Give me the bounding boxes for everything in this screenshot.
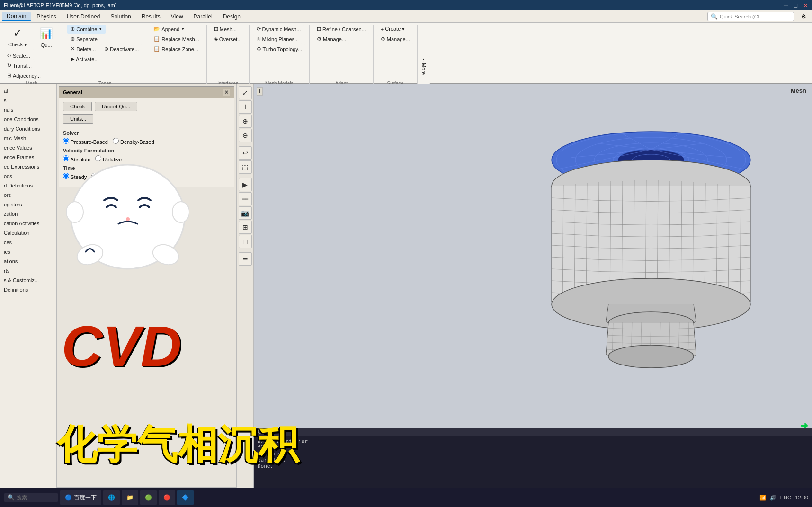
sidebar-item-calculation-activities[interactable]: cation Activities: [0, 219, 56, 228]
manage-adapt-btn[interactable]: ⚙ Manage...: [313, 35, 349, 44]
report-quality-btn[interactable]: Report Qu...: [95, 102, 137, 111]
sidebar-item-named-expressions[interactable]: ed Expressions: [0, 162, 56, 171]
zoom-out-btn[interactable]: ⊖: [239, 129, 252, 142]
sidebar-item-animations[interactable]: ations: [0, 257, 56, 266]
sidebar-item-reports[interactable]: rts: [0, 266, 56, 276]
combine-dropdown-arrow: ▼: [98, 27, 102, 31]
taskbar-search-input[interactable]: [17, 495, 54, 500]
fluent-taskbar-btn[interactable]: 🔷: [177, 490, 194, 505]
sidebar-item-zone-conditions[interactable]: one Conditions: [0, 115, 56, 124]
center-view-btn[interactable]: ✛: [239, 100, 252, 114]
dynamic-mesh-btn[interactable]: ⟳ Dynamic Mesh...: [253, 25, 304, 34]
mesh-row-1: ✓ Check ▾ 📊 Qu...: [4, 25, 59, 50]
zoom-in-btn[interactable]: ⊕: [239, 115, 252, 128]
pressure-based-label[interactable]: Pressure-Based: [63, 138, 108, 145]
menu-parallel[interactable]: Parallel: [189, 12, 217, 21]
taskbar-search[interactable]: 🔍: [4, 493, 58, 502]
clock: 12:00: [795, 495, 808, 500]
check-mesh-btn[interactable]: Check: [63, 102, 92, 111]
app1-btn[interactable]: 🟢: [140, 490, 157, 505]
sidebar-item-graphics[interactable]: ics: [0, 247, 56, 257]
grid-btn[interactable]: ⊞: [239, 221, 252, 234]
toolbar-separator-1: [240, 144, 251, 144]
taskbar: 🔍 🔵 百度一下 🌐 📁 🟢 🔴 🔷 📶 🔊 ENG 12:00: [0, 488, 812, 507]
activate-btn[interactable]: ▶ Activate...: [67, 54, 102, 63]
fit-view-btn[interactable]: ⤢: [239, 86, 252, 99]
app2-icon: 🔴: [163, 494, 170, 501]
sidebar-item-monitors[interactable]: ors: [0, 190, 56, 200]
sidebar-item-calculation[interactable]: Calculation: [0, 228, 56, 238]
more-btn[interactable]: ··· More: [418, 56, 430, 84]
refine-btn[interactable]: ⊟ Refine / Coarsen...: [313, 25, 369, 34]
close-btn[interactable]: ✕: [803, 2, 808, 9]
sidebar-item-al[interactable]: al: [0, 86, 56, 96]
search-input[interactable]: [720, 14, 791, 19]
replace-mesh-btn[interactable]: 📋 Replace Mesh...: [150, 35, 202, 44]
create-surface-btn[interactable]: + Create ▾: [377, 25, 409, 34]
menu-design[interactable]: Design: [218, 12, 245, 21]
playback-btn[interactable]: ▶: [239, 178, 252, 191]
dialog-close-btn[interactable]: ×: [223, 89, 230, 96]
menu-solution[interactable]: Solution: [106, 12, 135, 21]
file-explorer-btn[interactable]: 📁: [122, 490, 138, 505]
baidu-btn[interactable]: 🔵 百度一下: [60, 490, 101, 505]
manage-surface-btn[interactable]: ⚙ Manage...: [377, 35, 413, 44]
delete-btn[interactable]: ✕ Delete...: [67, 44, 99, 53]
units-btn[interactable]: Units...: [63, 114, 93, 124]
quick-search[interactable]: 🔍: [707, 12, 794, 21]
console-line-1: default-interior: [258, 438, 808, 445]
sidebar-item-definitions[interactable]: Definitions: [0, 285, 56, 294]
menu-physics[interactable]: Physics: [32, 12, 61, 21]
ribbon-settings-btn[interactable]: ⚙: [797, 11, 810, 22]
menu-domain[interactable]: Domain: [2, 12, 31, 21]
box-btn[interactable]: ◻: [239, 235, 252, 248]
slider-btn[interactable]: ━━: [239, 192, 252, 205]
combine-btn[interactable]: ⊕ Combine ▼: [67, 25, 106, 34]
mesh-interfaces-btn[interactable]: ⊞ Mesh...: [211, 25, 240, 34]
toolbar-separator-3: [240, 250, 251, 250]
density-based-radio[interactable]: [113, 138, 119, 144]
sidebar-item-models[interactable]: ods: [0, 171, 56, 181]
quick-btn[interactable]: 📊 Qu...: [33, 25, 59, 50]
combine-icon: ⊕: [71, 26, 75, 32]
sidebar-item-report-definitions[interactable]: rt Definitions: [0, 181, 56, 190]
deactivate-btn[interactable]: ⊘ Deactivate...: [101, 44, 142, 53]
density-based-label[interactable]: Density-Based: [113, 138, 154, 145]
sidebar-item-customize[interactable]: s & Customiz...: [0, 276, 56, 285]
turbo-btn[interactable]: ⚙ Turbo Topology...: [253, 44, 306, 53]
sidebar-item-rials[interactable]: rials: [0, 105, 56, 115]
sidebar-item-dynamic-mesh[interactable]: mic Mesh: [0, 133, 56, 143]
pressure-based-radio[interactable]: [63, 138, 69, 144]
sidebar-item-forces[interactable]: ces: [0, 238, 56, 247]
select-btn[interactable]: ⬚: [239, 160, 252, 174]
adjacency-btn[interactable]: ⊞ Adjacency...: [4, 71, 44, 80]
sidebar-item-reference-frames[interactable]: ence Frames: [0, 152, 56, 162]
menu-view[interactable]: View: [166, 12, 188, 21]
sidebar-item-reference-values[interactable]: ence Values: [0, 143, 56, 152]
sidebar-item-registers[interactable]: egisters: [0, 200, 56, 209]
mesh-models-row-2: ≋ Mixing Planes...: [253, 35, 306, 44]
edge-btn[interactable]: 🌐: [103, 490, 120, 505]
sidebar-item-s[interactable]: s: [0, 96, 56, 105]
line-btn[interactable]: ━: [239, 252, 252, 266]
sidebar-item-boundary-conditions[interactable]: dary Conditions: [0, 124, 56, 133]
console-output[interactable]: default-interior fluid surfaces, paralle…: [254, 436, 812, 493]
sidebar-item-initialization[interactable]: zation: [0, 209, 56, 219]
minimize-btn[interactable]: ─: [784, 2, 788, 9]
transform-btn[interactable]: ↻ Transf...: [4, 61, 35, 70]
console-line-2: fluid: [258, 445, 808, 451]
separate-btn[interactable]: ⊗ Separate: [67, 35, 101, 44]
overset-btn[interactable]: ◈ Overset...: [211, 35, 245, 44]
append-btn[interactable]: 📂 Append ▼: [150, 25, 188, 34]
scale-btn[interactable]: ⇔ Scale...: [4, 51, 34, 60]
reset-view-btn[interactable]: ↩: [239, 146, 252, 160]
menu-results[interactable]: Results: [137, 12, 165, 21]
mixing-planes-btn[interactable]: ≋ Mixing Planes...: [253, 35, 303, 44]
check-btn[interactable]: ✓ Check ▾: [4, 25, 31, 50]
camera-btn[interactable]: 📷: [239, 206, 252, 220]
app2-btn[interactable]: 🔴: [159, 490, 175, 505]
adapt-group-content: ⊟ Refine / Coarsen... ⚙ Manage...: [313, 25, 369, 80]
replace-zone-btn[interactable]: 📋 Replace Zone...: [150, 44, 202, 53]
maximize-btn[interactable]: □: [794, 2, 797, 9]
menu-user-defined[interactable]: User-Defined: [62, 12, 105, 21]
